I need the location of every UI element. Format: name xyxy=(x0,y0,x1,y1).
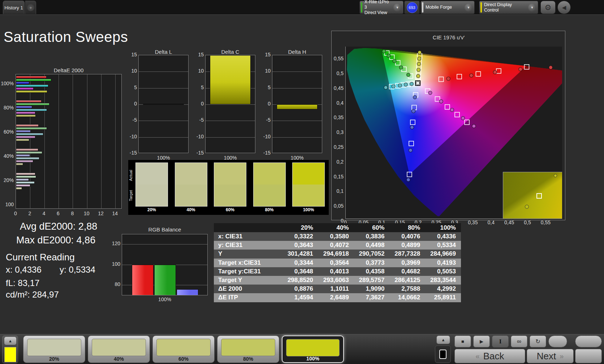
table-value-cell: 2,6489 xyxy=(318,293,354,302)
saturation-button-label: 100% xyxy=(282,356,343,361)
measured-dot xyxy=(413,95,417,99)
source-dropdown[interactable]: Mobile Forge ▼ xyxy=(420,1,475,14)
measured-dot xyxy=(409,148,412,152)
cie-x-tick: 0,5 xyxy=(520,220,535,225)
continuous-measure-button[interactable]: ∞ xyxy=(511,335,527,347)
bottom-bar: ▲ 20%40%60%80%100% ▲ ■ ▶ I ∞ ↻ « Back Ne… xyxy=(0,334,604,364)
play-button[interactable]: ▶ xyxy=(473,335,490,347)
target-square xyxy=(435,97,440,101)
patch-up-button[interactable]: ▲ xyxy=(4,337,16,345)
table-row-label: y: CIE31 xyxy=(214,241,282,250)
y-tick: 0 xyxy=(125,101,137,107)
measured-dot xyxy=(450,108,454,112)
saturation-button-80[interactable]: 80% xyxy=(217,335,279,363)
gridline xyxy=(139,88,188,88)
saturation-button-swatch xyxy=(221,339,275,356)
refresh-button[interactable]: ↻ xyxy=(530,335,546,347)
cie-y-tick: 0,25 xyxy=(332,144,344,150)
patch-window-toggle-button[interactable] xyxy=(435,346,451,363)
saturation-button-20[interactable]: 20% xyxy=(23,335,85,363)
gridline xyxy=(139,72,188,72)
measured-dot xyxy=(410,82,413,86)
arrow-up-icon: ▲ xyxy=(8,339,12,343)
delta-bar xyxy=(277,104,318,109)
saturation-button-swatch xyxy=(27,339,81,356)
tab-history-1[interactable]: History 1 xyxy=(3,1,25,14)
deltae-bar xyxy=(16,160,33,162)
actual-swatch xyxy=(293,163,324,185)
swatch-step-label: 100% xyxy=(292,207,325,212)
blank-oval-button-2[interactable] xyxy=(575,335,602,347)
arrow-up-icon: ▲ xyxy=(441,338,445,342)
meter-name: X-Rite i1Pro 3 xyxy=(364,0,391,10)
patch-indicator-panel: ▲ xyxy=(2,335,18,363)
table-header-cell: 80% xyxy=(389,223,425,232)
y-tick: 10 xyxy=(259,68,271,74)
cie-y-tick: 0,45 xyxy=(332,85,344,91)
table-value-cell: 0,3643 xyxy=(282,241,318,250)
stop-icon: ■ xyxy=(461,339,464,344)
chevron-down-icon: ▼ xyxy=(528,4,536,12)
current-y-value: y: 0,5334 xyxy=(60,265,95,275)
single-measure-icon: I xyxy=(499,338,502,345)
table-value-cell: 1,9090 xyxy=(354,285,390,293)
table-value-cell: 0,4013 xyxy=(318,267,354,276)
rgb-bar-blue xyxy=(177,289,198,295)
transport-up-button[interactable]: ▲ xyxy=(436,335,450,344)
stop-button[interactable]: ■ xyxy=(454,335,471,347)
measured-dot xyxy=(392,84,395,88)
chevrons-left-icon: « xyxy=(476,352,480,360)
saturation-button-100[interactable]: 100% xyxy=(282,335,344,363)
y-tick: -5 xyxy=(259,117,271,123)
deltae-group-label: 100 xyxy=(0,202,14,207)
next-button[interactable]: Next » xyxy=(527,349,574,363)
target-square xyxy=(410,120,415,125)
deltae-bar xyxy=(16,136,35,138)
target-square xyxy=(445,105,450,109)
cie-chart-plot xyxy=(345,47,562,219)
cie-y-tick: 0,2 xyxy=(332,159,344,165)
y-tick: -15 xyxy=(125,150,137,156)
table-value-cell: 2,7588 xyxy=(389,285,425,293)
actual-swatch xyxy=(175,163,207,185)
saturation-button-60[interactable]: 60% xyxy=(152,335,215,363)
add-tab-button[interactable]: + xyxy=(25,1,36,14)
back-button[interactable]: « Back xyxy=(454,349,525,363)
saturation-button-40[interactable]: 40% xyxy=(88,335,150,363)
deltae-bar xyxy=(16,154,30,157)
table-row-label: Y xyxy=(214,250,282,258)
blank-oval-button[interactable] xyxy=(548,335,567,347)
actual-row-label: Actual xyxy=(129,166,134,185)
table-value-cell: 301,4281 xyxy=(282,250,318,258)
deltae-bar xyxy=(16,133,43,135)
measured-dot xyxy=(428,91,432,95)
collapse-panel-button[interactable]: ◀ xyxy=(557,1,571,14)
table-value-cell: 0,3836 xyxy=(354,232,390,241)
gridline xyxy=(206,137,255,138)
display-control-dropdown[interactable]: Direct Display Control ▼ xyxy=(479,1,538,14)
cie-zoom-inset xyxy=(503,172,562,219)
single-measure-button[interactable]: I xyxy=(492,335,509,347)
table-value-cell: 290,7052 xyxy=(354,250,390,258)
saturation-button-label: 40% xyxy=(88,356,150,362)
saturation-button-swatch xyxy=(286,339,340,356)
gridline xyxy=(101,74,102,208)
cie-y-tick: 0,05 xyxy=(332,203,344,209)
deltae-bar xyxy=(16,184,30,187)
next-label: Next xyxy=(537,351,556,362)
target-swatch xyxy=(293,185,324,206)
deltae-bar xyxy=(16,148,38,151)
meter-count-badge: 693 xyxy=(407,2,418,13)
deltae2000-chart-title: DeltaE 2000 xyxy=(16,67,122,73)
y-tick: -5 xyxy=(192,117,204,123)
measured-dot xyxy=(406,178,410,182)
deltae-bar xyxy=(16,178,29,181)
swatch-step-label: 40% xyxy=(175,207,207,212)
meter-dropdown[interactable]: X-Rite i1Pro 3 Direct View ▼ xyxy=(359,1,404,14)
table-value-cell: 0,4498 xyxy=(354,241,390,250)
deltae-bar xyxy=(16,173,35,175)
settings-button[interactable]: ⚙ xyxy=(540,1,556,14)
table-value-cell: 0,3969 xyxy=(389,259,425,267)
blank-nav-button[interactable] xyxy=(575,349,602,363)
table-value-cell: 0,3564 xyxy=(318,259,354,267)
